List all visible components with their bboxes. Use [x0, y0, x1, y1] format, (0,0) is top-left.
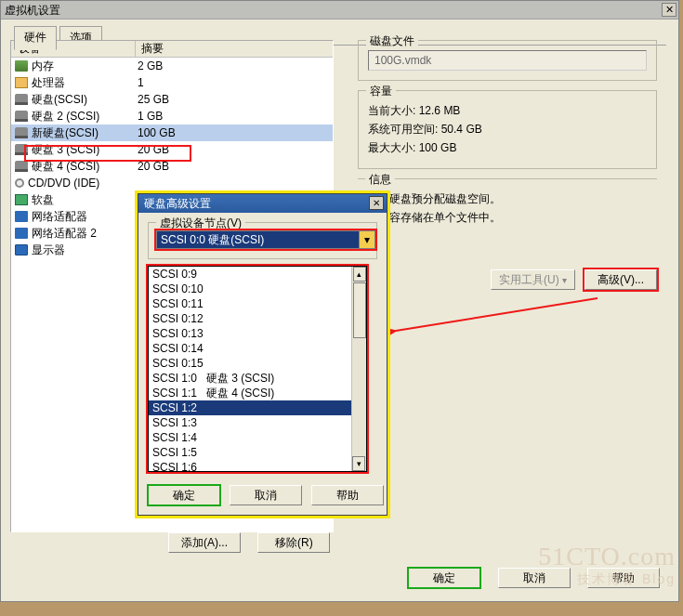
device-row[interactable]: CD/DVD (IDE) [11, 175, 333, 191]
scroll-up-icon[interactable]: ▴ [353, 267, 366, 282]
list-item[interactable]: SCSI 1:4 [149, 430, 366, 445]
device-icon [15, 211, 28, 222]
list-item[interactable]: SCSI 0:14 [149, 341, 366, 356]
device-summary: 25 GB [136, 93, 333, 106]
device-icon [15, 194, 28, 205]
list-item[interactable]: SCSI 0:13 [149, 326, 366, 341]
device-row[interactable]: 硬盘 2 (SCSI)1 GB [11, 108, 333, 125]
info-line1: 到此硬盘预分配磁盘空间。 [367, 191, 648, 207]
device-name: 硬盘 2 (SCSI) [32, 109, 99, 125]
device-name: 硬盘(SCSI) [32, 92, 87, 108]
device-name: 软盘 [32, 192, 54, 208]
list-item[interactable]: SCSI 0:11 [149, 296, 366, 311]
help-button[interactable]: 帮助 [587, 568, 660, 588]
listbox-scrollbar[interactable]: ▴ ▾ [351, 267, 366, 471]
device-icon [15, 60, 28, 72]
sub-dialog-buttons: 确定 取消 帮助 [148, 485, 384, 505]
device-row[interactable]: 硬盘(SCSI)25 GB [11, 91, 333, 108]
list-item[interactable]: SCSI 1:6 [149, 460, 366, 472]
device-summary: 100 GB [136, 126, 333, 139]
list-item[interactable]: SCSI 1:2 [149, 400, 366, 415]
diskfile-fieldset: 磁盘文件 100G.vmdk [358, 40, 657, 81]
remove-button[interactable]: 移除(R) [257, 532, 330, 553]
device-summary: 2 GB [136, 59, 333, 72]
info-fieldset: 信息 到此硬盘预分配磁盘空间。 盘内容存储在单个文件中。 [358, 178, 657, 238]
device-icon [15, 244, 28, 256]
device-name: 网络适配器 [32, 209, 87, 225]
sub-help-button[interactable]: 帮助 [311, 485, 384, 505]
list-item[interactable]: SCSI 0:10 [149, 282, 366, 296]
device-summary: 1 [136, 76, 333, 89]
list-item[interactable]: SCSI 0:15 [149, 356, 366, 371]
cap-cur-label: 当前大小: [368, 104, 415, 117]
cap-max-label: 最大大小: [368, 141, 415, 154]
device-icon [15, 77, 28, 88]
list-item[interactable]: SCSI 1:1 硬盘 4 (SCSI) [149, 386, 366, 400]
scroll-thumb[interactable] [353, 282, 366, 338]
device-name: CD/DVD (IDE) [28, 177, 99, 190]
list-item[interactable]: SCSI 0:12 [149, 311, 366, 326]
advanced-settings-dialog: 硬盘高级设置 虚拟设备节点(V) SCSI 0:0 硬盘(SCSI) ▾ SCS… [138, 193, 387, 516]
device-name: 内存 [32, 59, 54, 74]
device-list-header: 设备 摘要 [11, 41, 333, 58]
diskfile-legend: 磁盘文件 [366, 33, 418, 49]
ok-button[interactable]: 确定 [408, 568, 480, 588]
scroll-down-icon[interactable]: ▾ [352, 456, 365, 471]
device-name: 显示器 [32, 242, 65, 258]
sub-dialog-titlebar[interactable]: 硬盘高级设置 [138, 194, 387, 213]
hdr-summary: 摘要 [136, 41, 333, 57]
list-item[interactable]: SCSI 0:9 [149, 267, 366, 282]
device-icon [15, 161, 28, 172]
list-item[interactable]: SCSI 1:5 [149, 445, 366, 460]
device-icon [15, 228, 28, 239]
capacity-fieldset: 容量 当前大小: 12.6 MB 系统可用空间: 50.4 GB 最大大小: 1… [358, 90, 657, 169]
device-icon [15, 178, 24, 188]
info-legend: 信息 [365, 172, 395, 188]
diskfile-value[interactable]: 100G.vmdk [368, 50, 647, 71]
right-panel: 磁盘文件 100G.vmdk 容量 当前大小: 12.6 MB 系统可用空间: … [358, 40, 657, 290]
device-icon [15, 111, 28, 122]
cap-free-label: 系统可用空间: [368, 123, 438, 136]
info-line2: 盘内容存储在单个文件中。 [367, 210, 648, 226]
list-item[interactable]: SCSI 1:0 硬盘 3 (SCSI) [149, 371, 366, 386]
cap-max-val: 100 GB [419, 141, 457, 154]
cancel-button[interactable]: 取消 [498, 568, 571, 588]
sub-dialog-title: 硬盘高级设置 [144, 197, 211, 210]
device-icon [15, 94, 28, 105]
tab-hardware[interactable]: 硬件 [14, 26, 57, 50]
sub-ok-button[interactable]: 确定 [148, 485, 220, 505]
device-row[interactable]: 处理器1 [11, 74, 333, 91]
device-row[interactable]: 硬盘 4 (SCSI)20 GB [11, 158, 333, 175]
dialog-titlebar[interactable]: 虚拟机设置 [1, 1, 678, 20]
device-name: 处理器 [32, 75, 65, 91]
device-icon [15, 127, 28, 138]
sub-cancel-button[interactable]: 取消 [230, 485, 302, 505]
device-name: 网络适配器 2 [32, 226, 97, 242]
device-summary: 20 GB [136, 143, 333, 156]
cap-cur-val: 12.6 MB [419, 104, 461, 117]
device-name: 新硬盘(SCSI) [32, 125, 99, 141]
device-name: 硬盘 4 (SCSI) [32, 159, 99, 175]
combo-value: SCSI 0:0 硬盘(SCSI) [161, 232, 264, 248]
device-summary: 1 GB [136, 110, 333, 123]
device-name: 硬盘 3 (SCSI) [32, 142, 99, 158]
utilities-button[interactable]: 实用工具(U) [491, 269, 574, 290]
dialog-title: 虚拟机设置 [5, 4, 60, 17]
virtual-node-listbox[interactable]: SCSI 0:9SCSI 0:10SCSI 0:11SCSI 0:12SCSI … [148, 266, 367, 472]
capacity-legend: 容量 [366, 84, 396, 99]
cap-free-val: 50.4 GB [441, 123, 482, 136]
virtual-node-fieldset: 虚拟设备节点(V) SCSI 0:0 硬盘(SCSI) ▾ [148, 222, 377, 259]
add-button[interactable]: 添加(A)... [168, 532, 241, 553]
device-row[interactable]: 内存2 GB [11, 58, 333, 74]
list-item[interactable]: SCSI 1:3 [149, 415, 366, 430]
chevron-down-icon[interactable]: ▾ [359, 231, 374, 248]
device-row[interactable]: 硬盘 3 (SCSI)20 GB [11, 141, 333, 158]
advanced-button[interactable]: 高级(V)... [584, 269, 657, 290]
device-row[interactable]: 新硬盘(SCSI)100 GB [11, 125, 333, 141]
device-buttons: 添加(A)... 移除(R) [168, 532, 330, 553]
dialog-buttons: 确定 取消 帮助 [408, 568, 660, 588]
virtual-node-combo[interactable]: SCSI 0:0 硬盘(SCSI) ▾ [156, 230, 375, 249]
close-icon[interactable] [662, 3, 676, 17]
sub-close-icon[interactable] [369, 196, 384, 210]
virtual-node-legend: 虚拟设备节点(V) [156, 216, 245, 231]
